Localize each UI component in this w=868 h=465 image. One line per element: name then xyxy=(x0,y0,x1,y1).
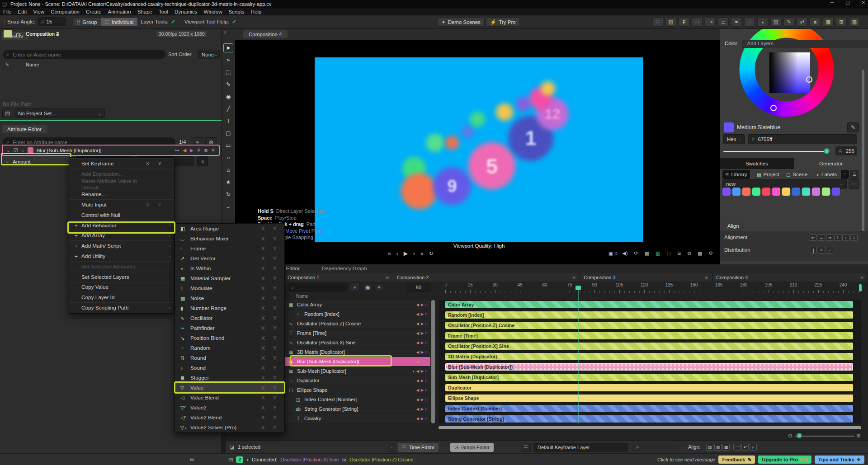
track-bar[interactable]: Oscillator [Position.Z] Cosine xyxy=(445,322,853,329)
layer-row[interactable]: ◫Index Context [Number]◀▶○ xyxy=(284,395,430,404)
context-menu-item[interactable]: Set Selected Attributes xyxy=(69,261,174,272)
zoom-slider-track[interactable] xyxy=(795,436,854,437)
duplicated-circle[interactable] xyxy=(496,103,513,121)
next-connection-icon[interactable]: ▶ xyxy=(420,341,423,345)
toolbar-icon[interactable]: ⋯ xyxy=(744,17,755,27)
right-panel-tab[interactable]: Color xyxy=(720,40,742,48)
transport-button[interactable]: « xyxy=(388,250,391,257)
submenu-item[interactable]: ⁘ Random X Y xyxy=(175,343,284,353)
layer-tools-check-icon[interactable]: ✓ xyxy=(171,19,175,25)
alignment-button[interactable]: ⇤ xyxy=(810,234,817,241)
close-icon[interactable]: ✕ xyxy=(212,148,215,153)
prev-connection-icon[interactable]: ◀ xyxy=(416,350,419,354)
color-swatch[interactable] xyxy=(772,188,780,196)
context-menu-item[interactable]: + Add Behaviour › xyxy=(69,220,174,230)
keyframe-align-button[interactable]: ▥ xyxy=(714,444,722,451)
viewport-icon[interactable]: ◀) xyxy=(622,250,629,256)
scrollbar[interactable] xyxy=(862,70,864,241)
alpha-slider-knob[interactable] xyxy=(824,148,830,154)
tool-button[interactable]: ★ xyxy=(223,178,233,187)
prev-connection-icon[interactable]: ◀ xyxy=(416,322,419,326)
menu-item[interactable]: Composition xyxy=(47,9,83,14)
console-icon[interactable]: ⊞ xyxy=(190,456,194,462)
duplicated-circle[interactable] xyxy=(541,81,555,96)
next-connection-icon[interactable]: ▶ xyxy=(420,303,423,307)
eyedropper-icon[interactable]: ✎ xyxy=(5,62,9,67)
panel-divider[interactable] xyxy=(0,120,222,121)
horizontal-scrollbar[interactable] xyxy=(439,426,861,429)
current-color-swatch[interactable] xyxy=(724,122,734,132)
close-tab-icon[interactable]: ✕ xyxy=(382,275,389,280)
swatch-source-button[interactable]: ▤Project xyxy=(754,170,782,179)
menu-item[interactable]: Animation xyxy=(105,9,134,14)
tool-button[interactable]: ▢ xyxy=(223,129,233,138)
context-menu-item[interactable]: + Add Array › xyxy=(69,230,174,241)
alignment-button[interactable]: ↔ xyxy=(818,234,825,241)
solo-circle-icon[interactable]: ○ xyxy=(425,350,428,354)
context-menu-item[interactable]: Set Selected Layers xyxy=(69,272,174,282)
color-swatch[interactable] xyxy=(732,188,741,196)
prev-connection-icon[interactable]: ◀ xyxy=(416,407,419,411)
submenu-item[interactable]: ◁² Value2 Blend X Y xyxy=(175,413,284,423)
toolbar-icon[interactable]: ⇥ xyxy=(705,17,716,27)
color-swatch[interactable] xyxy=(832,188,840,196)
swatch-source-button[interactable]: ≣Library xyxy=(722,170,750,179)
collapse-chevron-icon[interactable]: ⌄ xyxy=(6,148,10,153)
solo-circle-icon[interactable]: ○ xyxy=(425,416,428,421)
menu-item[interactable]: Help xyxy=(248,9,265,14)
next-connection-icon[interactable]: ▶ xyxy=(420,322,423,326)
toolbar-icon[interactable]: ◖ xyxy=(757,17,768,27)
color-swatch[interactable] xyxy=(782,188,790,196)
duplicated-circle[interactable] xyxy=(445,136,459,150)
submenu-item[interactable]: ▽ Value X Y xyxy=(175,383,284,393)
transport-button[interactable]: ▶ xyxy=(404,250,408,257)
next-connection-icon[interactable]: ▶ xyxy=(420,331,423,335)
track-bar[interactable]: 3D Matrix [Duplicator] xyxy=(445,353,853,360)
tool-button[interactable]: ▭ xyxy=(223,141,233,150)
tips-tricks-button[interactable]: Tips and Tricks✈ xyxy=(815,456,864,464)
maximize-button[interactable]: ▢ xyxy=(845,0,849,5)
solo-circle-icon[interactable]: ○ xyxy=(425,397,428,402)
layer-row[interactable]: ▩Color Array◀▶○ xyxy=(284,300,430,310)
keyframe-stack-icon[interactable]: ☰ xyxy=(521,443,531,452)
alignment-button[interactable]: ⇥ xyxy=(826,234,833,241)
toolbar-icon[interactable]: ⇄ xyxy=(797,17,807,27)
color-swatch[interactable] xyxy=(812,188,820,196)
keyframe-align-button[interactable]: ▤ xyxy=(706,444,713,451)
transport-button[interactable]: › xyxy=(413,250,415,257)
dock-icon[interactable]: ▫ xyxy=(388,443,395,452)
swatch-tab[interactable]: Generator xyxy=(794,158,868,169)
submenu-item[interactable]: ⎍ Modulate X Y xyxy=(175,283,284,293)
tool-button[interactable]: ✎ xyxy=(223,80,233,89)
context-menu-item[interactable]: Mute Input X Y xyxy=(69,199,174,210)
next-connection-icon[interactable]: ▶ xyxy=(420,379,423,383)
next-connection-icon[interactable]: ▶ xyxy=(420,417,423,421)
track-bar[interactable]: Index Context [Number] xyxy=(445,405,853,412)
menu-item[interactable]: File xyxy=(0,9,15,14)
swatch-set-more-button[interactable]: ⋯ xyxy=(849,179,859,189)
hue-selector[interactable] xyxy=(770,105,777,111)
keyframe-tool-button[interactable]: ⬚ xyxy=(733,444,741,451)
list-view-icon[interactable]: ☰ xyxy=(850,170,859,179)
color-mode-dropdown[interactable]: Hex⌄ xyxy=(723,134,745,144)
close-tab-icon[interactable]: ✕ xyxy=(569,275,576,280)
submenu-item[interactable]: ◡ Behaviour Mixer X Y xyxy=(175,234,284,244)
color-swatch[interactable] xyxy=(792,188,800,196)
try-pro-button[interactable]: ⚡Try Pro xyxy=(486,17,520,27)
enabled-check-icon[interactable]: ☑ xyxy=(13,147,18,154)
menu-item[interactable]: Dynamics xyxy=(171,9,200,14)
menu-item[interactable]: Create xyxy=(83,9,105,14)
duplicated-circle[interactable] xyxy=(401,173,437,209)
track-bar[interactable]: Frame [Time] xyxy=(445,332,853,339)
toolbar-icon[interactable]: ▥ xyxy=(849,17,860,27)
viewport-icon[interactable]: ⚙ xyxy=(708,250,714,256)
context-menu-item[interactable]: Set Keyframe X Y xyxy=(69,158,174,169)
submenu-item[interactable]: ▽₊ Value2 Solver (Pro) X Y xyxy=(175,423,284,432)
next-message-link[interactable]: Click to see next message xyxy=(657,457,715,462)
sort-order-dropdown[interactable]: None⌄ xyxy=(198,50,220,59)
toolbar-icon[interactable]: ⊞ xyxy=(836,17,847,27)
submenu-item[interactable]: ↗ Get Vector X Y xyxy=(175,254,284,263)
tool-button[interactable]: ⌄ xyxy=(223,202,233,211)
solo-circle-icon[interactable]: ○ xyxy=(425,321,428,326)
prev-connection-icon[interactable]: ◀ xyxy=(416,398,419,402)
